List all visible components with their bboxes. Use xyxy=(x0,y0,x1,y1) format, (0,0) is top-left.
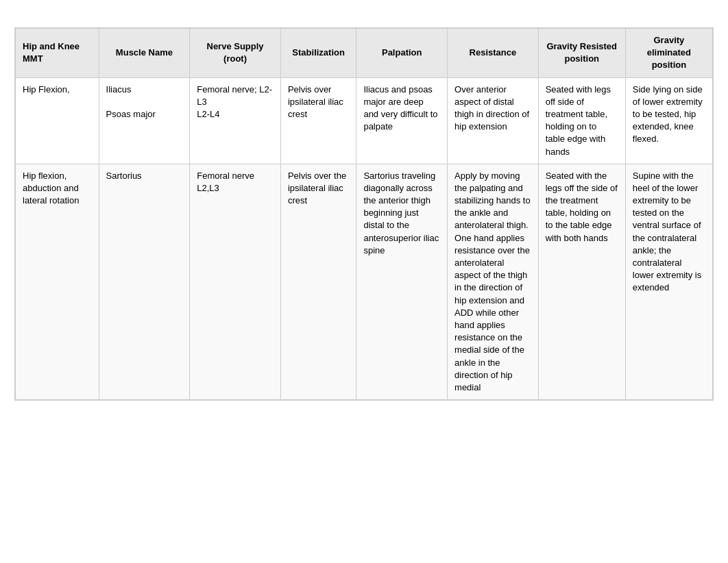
table-row: Hip Flexion,IliacusPsoas majorFemoral ne… xyxy=(16,77,713,164)
header-nerve: Nerve Supply (root) xyxy=(190,29,281,78)
mmt-table: Hip and Knee MMT Muscle Name Nerve Suppl… xyxy=(15,28,713,400)
header-row: Hip and Knee MMT Muscle Name Nerve Suppl… xyxy=(16,29,713,78)
header-palpation: Palpation xyxy=(356,29,448,78)
cell-gravity-eliminated: Side lying on side of lower extremity to… xyxy=(625,77,712,164)
cell-stabilization: Pelvis over ipsilateral iliac crest xyxy=(280,77,356,164)
cell-hip-knee: Hip Flexion, xyxy=(16,77,99,164)
cell-gravity-resisted: Seated with legs off side of treatment t… xyxy=(538,77,625,164)
header-muscle: Muscle Name xyxy=(99,29,190,78)
cell-palpation: Sartorius traveling diagonally across th… xyxy=(356,164,448,399)
cell-muscle: IliacusPsoas major xyxy=(99,77,190,164)
cell-stabilization: Pelvis over the ipsilateral iliac crest xyxy=(280,164,356,399)
cell-muscle: Sartorius xyxy=(99,164,190,399)
header-gravity-eliminated: Gravity eliminated position xyxy=(625,29,712,78)
cell-hip-knee: Hip flexion, abduction and lateral rotat… xyxy=(16,164,99,399)
header-resistance: Resistance xyxy=(448,29,539,78)
cell-gravity-resisted: Seated with the legs off the side of the… xyxy=(538,164,625,399)
cell-resistance: Over anterior aspect of distal thigh in … xyxy=(448,77,539,164)
header-hip-knee: Hip and Knee MMT xyxy=(16,29,99,78)
cell-palpation: Iliacus and psoas major are deep and ver… xyxy=(356,77,448,164)
cell-resistance: Apply by moving the palpating and stabil… xyxy=(448,164,539,399)
cell-nerve: Femoral nerve L2,L3 xyxy=(190,164,281,399)
cell-gravity-eliminated: Supine with the heel of the lower extrem… xyxy=(625,164,712,399)
header-stabilization: Stabilization xyxy=(280,29,356,78)
table-row: Hip flexion, abduction and lateral rotat… xyxy=(16,164,713,399)
cell-nerve: Femoral nerve; L2-L3L2-L4 xyxy=(190,77,281,164)
header-gravity-resisted: Gravity Resisted position xyxy=(538,29,625,78)
mmt-table-container: Hip and Knee MMT Muscle Name Nerve Suppl… xyxy=(14,27,714,401)
